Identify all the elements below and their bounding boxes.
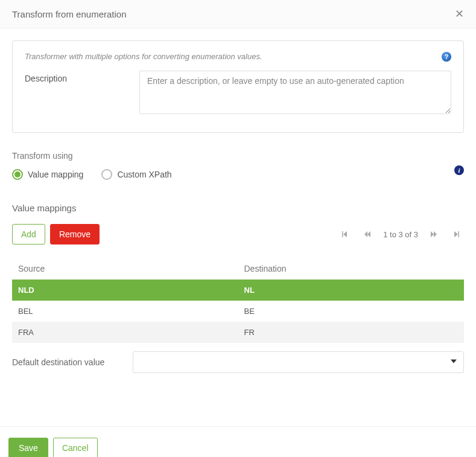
col-source: Source <box>12 258 238 280</box>
cell-destination: FR <box>238 322 465 343</box>
transform-using-label: Transform using <box>12 151 464 161</box>
radio-icon-checked <box>12 169 23 180</box>
add-button[interactable]: Add <box>12 224 45 244</box>
radio-custom-xpath[interactable]: Custom XPath <box>101 169 171 180</box>
cell-source: BEL <box>12 301 238 322</box>
default-destination-select-wrapper <box>133 351 464 373</box>
cancel-button[interactable]: Cancel <box>53 438 98 457</box>
pagination: 1 to 3 of 3 <box>337 230 464 239</box>
value-mappings-title: Value mappings <box>12 203 464 213</box>
page-prev-icon <box>364 231 371 238</box>
remove-button[interactable]: Remove <box>50 224 100 244</box>
description-textarea[interactable] <box>139 71 451 114</box>
default-destination-select[interactable] <box>133 351 464 373</box>
dialog-header: Transform from enumeration ✕ <box>0 0 476 28</box>
help-icon[interactable]: ? <box>442 52 451 62</box>
dialog-title: Transform from enumeration <box>12 9 127 19</box>
description-hint: Transformer with multiple options for co… <box>25 52 451 61</box>
description-label: Description <box>25 71 139 83</box>
table-header-row: Source Destination <box>12 258 464 280</box>
table-row[interactable]: NLD NL <box>12 280 464 301</box>
mappings-table: Source Destination NLD NL BEL BE FRA FR <box>12 258 464 343</box>
mappings-toolbar: Add Remove 1 to 3 of 3 <box>12 224 464 244</box>
dialog-footer: Save Cancel <box>0 426 476 457</box>
pagination-text: 1 to 3 of 3 <box>383 230 418 239</box>
radio-label-value-mapping: Value mapping <box>28 170 83 179</box>
page-first-icon <box>341 231 348 238</box>
description-row: Description <box>25 71 451 114</box>
transform-using-options: Value mapping Custom XPath i <box>12 169 464 180</box>
description-panel: ? Transformer with multiple options for … <box>12 40 464 133</box>
radio-icon-unchecked <box>101 169 112 180</box>
page-first-button[interactable] <box>337 231 352 238</box>
cell-destination: BE <box>238 301 465 322</box>
radio-label-custom-xpath: Custom XPath <box>117 170 171 179</box>
page-last-button[interactable] <box>449 231 464 238</box>
save-button[interactable]: Save <box>8 438 48 457</box>
radio-value-mapping[interactable]: Value mapping <box>12 169 83 180</box>
cell-destination: NL <box>238 280 465 301</box>
default-destination-label: Default destination value <box>12 357 133 367</box>
default-destination-row: Default destination value <box>12 351 464 373</box>
info-icon[interactable]: i <box>454 165 464 175</box>
page-last-icon <box>453 231 460 238</box>
col-destination: Destination <box>238 258 465 280</box>
page-next-button[interactable] <box>427 231 441 238</box>
close-button[interactable]: ✕ <box>455 8 464 19</box>
cell-source: FRA <box>12 322 238 343</box>
mappings-buttons: Add Remove <box>12 224 100 244</box>
page-prev-button[interactable] <box>360 231 375 238</box>
table-row[interactable]: BEL BE <box>12 301 464 322</box>
table-row[interactable]: FRA FR <box>12 322 464 343</box>
cell-source: NLD <box>12 280 238 301</box>
page-next-icon <box>430 231 437 238</box>
dialog-content: ? Transformer with multiple options for … <box>0 28 476 385</box>
